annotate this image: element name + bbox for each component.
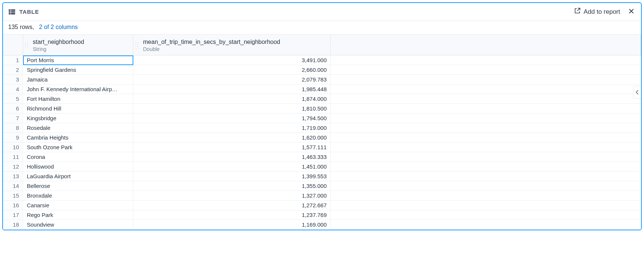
column-name: start_neighborhood xyxy=(33,39,129,45)
close-button[interactable] xyxy=(627,7,636,17)
row-index[interactable]: 4 xyxy=(3,84,23,94)
table-cell[interactable]: Corona xyxy=(23,152,133,162)
table-cell-empty xyxy=(331,55,641,65)
table-cell[interactable]: Rego Park xyxy=(23,210,133,220)
row-index[interactable]: 14 xyxy=(3,181,23,191)
table-cell[interactable]: Springfield Gardens xyxy=(23,65,133,75)
table-cell[interactable]: 1,327.000 xyxy=(133,191,331,201)
table-cell-empty xyxy=(331,94,641,104)
table-icon xyxy=(8,8,16,16)
table-cell[interactable]: 1,719.000 xyxy=(133,123,331,133)
expand-side-panel-button[interactable] xyxy=(633,86,641,99)
table-cell-empty xyxy=(331,220,641,230)
table-cell[interactable]: 1,794.500 xyxy=(133,113,331,123)
row-index[interactable]: 16 xyxy=(3,201,23,210)
table-cell[interactable]: 2,079.783 xyxy=(133,75,331,84)
row-index[interactable]: 18 xyxy=(3,220,23,230)
drag-handle-icon[interactable] xyxy=(25,42,28,48)
column-header-empty xyxy=(331,35,641,55)
row-index[interactable]: 17 xyxy=(3,210,23,220)
table-cell[interactable]: Bellerose xyxy=(23,181,133,191)
table-cell-empty xyxy=(331,172,641,181)
row-index[interactable]: 13 xyxy=(3,172,23,181)
column-name: mean_of_trip_time_in_secs_by_start_neigh… xyxy=(143,39,326,45)
table-cell[interactable]: 1,620.000 xyxy=(133,133,331,143)
table-cell-empty xyxy=(331,113,641,123)
table-cell-empty xyxy=(331,210,641,220)
table-cell[interactable]: South Ozone Park xyxy=(23,143,133,152)
row-index[interactable]: 11 xyxy=(3,152,23,162)
row-index[interactable]: 9 xyxy=(3,133,23,143)
meta-bar: 135 rows, 2 of 2 columns xyxy=(3,21,641,34)
columns-count-link[interactable]: 2 of 2 columns xyxy=(39,24,78,30)
panel-title-group: TABLE xyxy=(8,8,39,16)
table-cell[interactable]: Rosedale xyxy=(23,123,133,133)
add-to-report-label: Add to report xyxy=(584,8,620,16)
panel-actions: Add to report xyxy=(574,7,636,17)
rows-count-label: 135 rows, xyxy=(8,24,34,30)
table-wrap: start_neighborhood String mean_of_trip_t… xyxy=(3,34,641,230)
table-cell-empty xyxy=(331,75,641,84)
table-cell[interactable]: Jamaica xyxy=(23,75,133,84)
table-cell[interactable]: Bronxdale xyxy=(23,191,133,201)
add-to-report-button[interactable]: Add to report xyxy=(574,7,620,16)
close-icon xyxy=(628,7,634,16)
table-cell-empty xyxy=(331,191,641,201)
svg-rect-1 xyxy=(9,9,15,11)
table-cell[interactable]: Fort Hamilton xyxy=(23,94,133,104)
row-index[interactable]: 5 xyxy=(3,94,23,104)
row-index[interactable]: 7 xyxy=(3,113,23,123)
table-cell[interactable]: 1,451.000 xyxy=(133,162,331,172)
chevron-left-icon xyxy=(635,90,639,95)
row-index[interactable]: 12 xyxy=(3,162,23,172)
row-index[interactable]: 3 xyxy=(3,75,23,84)
table-cell[interactable]: 1,399.553 xyxy=(133,172,331,181)
row-index[interactable]: 10 xyxy=(3,143,23,152)
data-grid: start_neighborhood String mean_of_trip_t… xyxy=(3,35,641,230)
table-cell[interactable]: Port Morris xyxy=(23,55,133,65)
table-cell[interactable]: 1,463.333 xyxy=(133,152,331,162)
table-cell[interactable]: Cambria Heights xyxy=(23,133,133,143)
table-cell[interactable]: LaGuardia Airport xyxy=(23,172,133,181)
row-index[interactable]: 8 xyxy=(3,123,23,133)
table-cell[interactable]: 1,272.667 xyxy=(133,201,331,210)
table-cell-empty xyxy=(331,104,641,113)
column-type: Double xyxy=(143,46,326,52)
table-cell[interactable]: 1,237.769 xyxy=(133,210,331,220)
panel-title: TABLE xyxy=(19,9,39,15)
table-cell[interactable]: 2,660.000 xyxy=(133,65,331,75)
table-cell-empty xyxy=(331,123,641,133)
table-cell-empty xyxy=(331,133,641,143)
table-cell[interactable]: 1,169.000 xyxy=(133,220,331,230)
panel-header: TABLE Add to report xyxy=(3,3,641,21)
table-cell[interactable]: Kingsbridge xyxy=(23,113,133,123)
drag-handle-icon[interactable] xyxy=(135,42,139,48)
table-cell[interactable]: 3,491.000 xyxy=(133,55,331,65)
table-cell-empty xyxy=(331,65,641,75)
table-cell[interactable]: 1,874.000 xyxy=(133,94,331,104)
table-cell[interactable]: 1,577.111 xyxy=(133,143,331,152)
row-index[interactable]: 15 xyxy=(3,191,23,201)
row-index-header xyxy=(3,35,23,55)
table-cell-empty xyxy=(331,143,641,152)
row-index[interactable]: 6 xyxy=(3,104,23,113)
table-cell[interactable]: John F. Kennedy International Airp… xyxy=(23,84,133,94)
export-icon xyxy=(574,7,581,16)
table-cell[interactable]: 1,355.000 xyxy=(133,181,331,191)
column-type: String xyxy=(33,46,129,52)
table-cell[interactable]: Canarsie xyxy=(23,201,133,210)
table-cell[interactable]: Holliswood xyxy=(23,162,133,172)
table-cell[interactable]: 1,810.500 xyxy=(133,104,331,113)
table-panel: TABLE Add to report 135 rows, xyxy=(2,2,642,230)
table-cell-empty xyxy=(331,201,641,210)
column-header-mean-trip-time[interactable]: mean_of_trip_time_in_secs_by_start_neigh… xyxy=(133,35,331,55)
table-cell-empty xyxy=(331,181,641,191)
table-cell[interactable]: 1,985.448 xyxy=(133,84,331,94)
table-cell[interactable]: Soundview xyxy=(23,220,133,230)
table-cell[interactable]: Richmond Hill xyxy=(23,104,133,113)
table-cell-empty xyxy=(331,162,641,172)
table-cell-empty xyxy=(331,152,641,162)
row-index[interactable]: 1 xyxy=(3,55,23,65)
column-header-start-neighborhood[interactable]: start_neighborhood String xyxy=(23,35,133,55)
row-index[interactable]: 2 xyxy=(3,65,23,75)
